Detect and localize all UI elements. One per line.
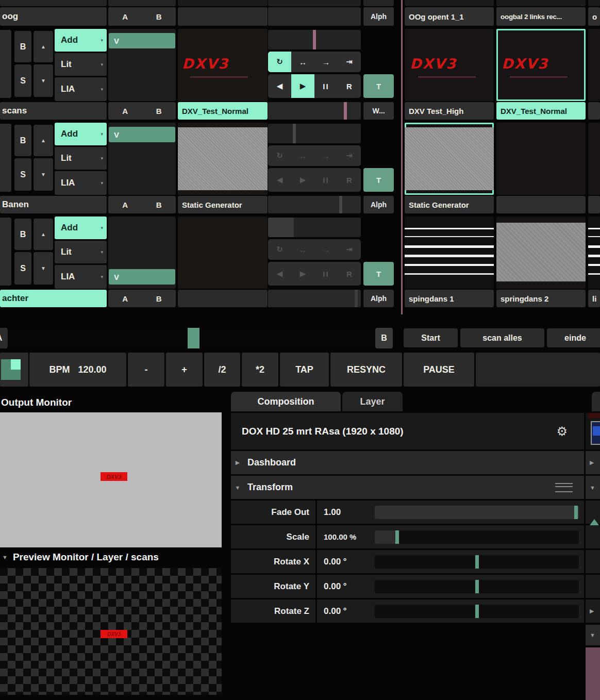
layer-name-scans[interactable]: scans xyxy=(0,102,107,120)
random-icon[interactable]: R xyxy=(338,168,361,192)
hold-frame-icon[interactable]: ⇥ xyxy=(338,239,361,260)
layer-x-button[interactable]: X xyxy=(0,124,11,192)
blend-mode-dropdown[interactable]: Add▾ xyxy=(55,216,107,239)
solo-button[interactable]: S xyxy=(14,64,31,97)
blend-mode-abbr[interactable]: Alph xyxy=(363,7,394,26)
blend-mode-abbr[interactable]: Alph xyxy=(363,196,394,213)
random-icon[interactable]: R xyxy=(338,262,361,286)
pause-icon[interactable]: II xyxy=(314,74,338,98)
collapsed-triangle-icon[interactable]: ▶ xyxy=(231,459,244,466)
playhead[interactable] xyxy=(339,196,342,213)
crossfader-a-button[interactable]: A xyxy=(0,328,8,348)
clip-label[interactable]: spingdans 1 xyxy=(405,290,494,307)
cut-thumbnail[interactable] xyxy=(591,421,600,445)
section-dashboard[interactable]: ▶ Dashboard xyxy=(231,451,584,474)
layer-up-icon[interactable]: ▲ xyxy=(34,31,53,62)
playhead[interactable] xyxy=(355,290,358,307)
clip-dxv-test-high[interactable]: DXV3 xyxy=(405,29,494,101)
layer-down-icon[interactable]: ▼ xyxy=(34,158,53,191)
collapse-triangle-icon[interactable]: ▼ xyxy=(2,554,8,560)
param-value[interactable]: 100.00 % xyxy=(324,525,356,548)
bpm-value[interactable]: 120.00 xyxy=(78,364,106,375)
expanded-triangle-icon[interactable]: ▼ xyxy=(231,485,244,491)
blend-mode-dropdown[interactable]: Add▾ xyxy=(55,123,107,145)
assign-a[interactable]: A xyxy=(122,294,128,303)
clip-position-bar[interactable] xyxy=(268,102,361,120)
crossfade-assign[interactable]: A B xyxy=(108,102,176,120)
layer-down-icon[interactable]: ▼ xyxy=(34,252,53,285)
play-once-icon[interactable]: → xyxy=(314,145,338,166)
rotate-z-slider[interactable] xyxy=(375,605,579,618)
play-backward-icon[interactable]: ◀ xyxy=(268,262,291,286)
video-fader-handle[interactable]: V xyxy=(109,127,175,142)
layer-up-icon[interactable]: ▲ xyxy=(34,125,53,156)
play-forward-icon[interactable]: ▶ xyxy=(291,262,314,286)
clip-label[interactable]: springdans 2 xyxy=(496,290,586,307)
section-transform[interactable]: ▼ Transform xyxy=(231,476,584,499)
bpm-double-button[interactable]: *2 xyxy=(242,353,278,387)
slider-handle[interactable] xyxy=(395,530,399,544)
slider-handle[interactable] xyxy=(475,605,479,618)
clip-label[interactable]: DXV Test_High xyxy=(405,102,494,120)
timeline-toggle-button[interactable]: T xyxy=(363,74,394,98)
param-value[interactable]: 0.00 ° xyxy=(324,599,347,623)
video-fader-track[interactable]: V xyxy=(108,216,176,289)
timeline-toggle-button[interactable]: T xyxy=(363,262,394,286)
play-once-icon[interactable]: → xyxy=(314,239,338,260)
bpm-minus-button[interactable]: - xyxy=(128,353,164,387)
crossfader-b-button[interactable]: B xyxy=(375,328,393,348)
solo-button[interactable]: S xyxy=(14,158,31,191)
blend-mode-dropdown[interactable]: LIA▾ xyxy=(55,171,107,195)
bpm-half-button[interactable]: /2 xyxy=(204,353,240,387)
cut-row-collapsed[interactable]: ▶ xyxy=(586,599,600,623)
gear-icon[interactable]: ⚙ xyxy=(556,424,568,439)
assign-a[interactable]: A xyxy=(122,107,128,115)
layer-x-button[interactable]: X xyxy=(0,30,11,98)
output-monitor-view[interactable]: DXV3 xyxy=(0,412,222,547)
clip-static-generator[interactable] xyxy=(405,123,494,195)
clip-cut[interactable] xyxy=(588,216,600,289)
cut-section-expanded[interactable]: ▼ xyxy=(586,476,600,499)
fade-out-slider[interactable] xyxy=(375,506,579,519)
assign-a[interactable]: A xyxy=(122,12,128,21)
assign-a[interactable]: A xyxy=(122,201,128,209)
rotate-x-slider[interactable] xyxy=(375,555,579,569)
slider-handle[interactable] xyxy=(475,580,479,593)
clip-label[interactable]: DXV_Test_Normal xyxy=(496,102,586,120)
layer-name-achter[interactable]: achter xyxy=(0,290,107,307)
cut-mauve-fader[interactable] xyxy=(586,647,600,700)
play-forward-icon[interactable]: ▶ xyxy=(291,168,314,192)
clip-label[interactable]: li xyxy=(588,290,600,307)
crossfade-assign-oog[interactable]: A B xyxy=(108,7,176,26)
play-forward-icon[interactable]: ▶ xyxy=(291,74,314,98)
play-backward-icon[interactable]: ◀ xyxy=(268,168,291,192)
clip-name-cell[interactable]: o xyxy=(588,7,600,26)
playhead[interactable] xyxy=(344,102,347,120)
active-clip-label[interactable]: Static Generator xyxy=(178,196,268,213)
layer-down-icon[interactable]: ▼ xyxy=(34,64,53,97)
clip-label[interactable] xyxy=(588,102,600,120)
pause-button[interactable]: PAUSE xyxy=(404,353,474,387)
clip-name-cell[interactable]: OOg opent 1_1 xyxy=(405,7,494,26)
layer-clip-preview[interactable] xyxy=(178,123,268,195)
bpm-display[interactable]: BPM 120.00 xyxy=(29,353,126,387)
random-icon[interactable]: R xyxy=(338,74,361,98)
layer-clip-preview[interactable] xyxy=(178,216,268,289)
hold-frame-icon[interactable]: ⇥ xyxy=(338,145,361,166)
blend-mode-dropdown[interactable]: Lit▾ xyxy=(55,53,107,76)
scan-alles-button[interactable]: scan alles xyxy=(460,328,544,347)
clip-label[interactable] xyxy=(496,196,586,213)
layer-name-banen[interactable]: Banen xyxy=(0,196,107,213)
clip-spingdans-1[interactable] xyxy=(405,216,494,289)
blend-mode-dropdown[interactable]: LIA▾ xyxy=(55,265,107,289)
clip-dxv-test-normal[interactable]: DXV3 xyxy=(496,29,586,101)
assign-b[interactable]: B xyxy=(156,12,162,21)
drag-handle-icon[interactable] xyxy=(555,483,573,492)
video-fader-track[interactable]: V xyxy=(108,123,176,195)
blend-mode-dropdown[interactable]: LIA▾ xyxy=(55,77,107,101)
clip-cut[interactable] xyxy=(588,29,600,101)
video-fader-handle[interactable]: V xyxy=(109,269,175,285)
loop-mode-icon[interactable]: ↻ xyxy=(268,145,291,166)
slider-handle[interactable] xyxy=(574,506,578,519)
blend-mode-dropdown[interactable]: Add▾ xyxy=(55,29,107,52)
